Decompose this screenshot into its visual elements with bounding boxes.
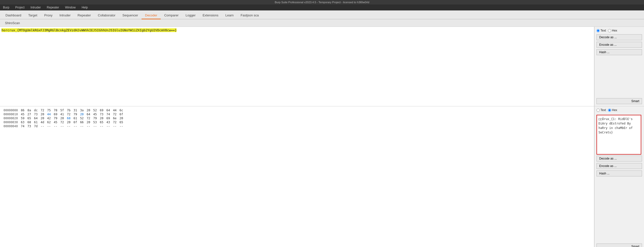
top-radio-text-label[interactable]: Text [596,29,606,32]
bottom-radio-text-label[interactable]: Text [596,108,606,112]
tab-intruder[interactable]: Intruder [56,12,74,19]
hex-byte: 5f [59,108,66,112]
hex-byte: -- [59,124,66,128]
menu-project[interactable]: Project [14,5,25,10]
menubar: Burp Project Intruder Repeater Window He… [0,4,644,10]
menu-window[interactable]: Window [64,5,76,10]
menu-repeater[interactable]: Repeater [46,5,60,10]
hex-byte: 8a [26,108,32,112]
hex-byte: 59 [20,116,26,120]
tab-extensions[interactable]: Extensions [199,12,222,19]
hex-byte: -- [78,124,85,128]
table-row: 000000306368614d624572206f66205365437265 [2,120,124,124]
tabbar2: ShiroScan [0,19,644,27]
bottom-encode-button[interactable]: Encode as ... [596,163,642,169]
hex-byte: -- [112,124,118,128]
bottom-right-panel: Text Hex □□Ürux_{1: RidDlE's DiAry dEstr… [594,106,644,247]
bottom-radio-hex-label[interactable]: Hex [608,108,617,112]
table-row: 00000000868adc7275785f7b313a20526964446c [2,108,124,112]
hex-byte: 45 [20,112,26,116]
hex-byte: 43 [105,120,112,124]
menu-help[interactable]: Help [80,5,89,10]
hex-byte: 75 [46,108,52,112]
hex-byte: -- [72,124,78,128]
hex-byte: 20 [59,116,66,120]
tab-proxy[interactable]: Proxy [41,12,56,19]
bottom-radio-hex[interactable] [608,109,611,112]
hex-byte: 72 [59,120,66,124]
top-radio-hex-label[interactable]: Hex [608,29,617,32]
tab-comparer[interactable]: Comparer [161,12,182,19]
bottom-decode-button[interactable]: Decode as ... [596,156,642,162]
hex-byte: 20 [98,116,105,120]
hex-byte: -- [85,124,92,128]
tab-fastjson[interactable]: Fastjson sca [237,12,262,19]
tab-collaborator[interactable]: Collaborator [94,12,119,19]
hex-byte: 86 [20,108,26,112]
highlighted-input: horcrux_{MTOgUmlkRGxFJ3MgRGlBcnkgZEVzdHJ… [2,28,176,32]
top-decode-button[interactable]: Decode as ... [596,34,642,40]
top-radio-hex[interactable] [608,29,611,32]
top-hash-button[interactable]: Hash ... [596,49,642,55]
hex-table: 00000000868adc7275785f7b313a20526964446c… [2,108,124,128]
hex-byte: 62 [46,120,52,124]
title-bar: Burp Suite Professional v2023.4.5 - Temp… [0,0,644,4]
tab-sequencer[interactable]: Sequencer [119,12,142,19]
hex-byte: 6c [118,108,124,112]
hex-byte: 44 [112,108,118,112]
tab-decoder[interactable]: Decoder [142,12,161,19]
hex-byte: 64 [105,108,112,112]
hex-byte: 44 [46,112,52,116]
hex-byte: -- [52,124,59,128]
hex-byte: 73 [26,124,32,128]
bottom-radio-group: Text Hex [596,108,642,112]
hex-byte: 20 [39,116,46,120]
top-smart-button[interactable]: Smart [596,98,642,104]
tab-learn[interactable]: Learn [222,12,237,19]
main-content: horcrux_{MTOgUmlkRGxFJ3MgRGlBcnkgZEVzdHJ… [0,27,644,247]
hex-byte: 20 [78,112,85,116]
hex-address: 00000040 [2,124,20,128]
hex-byte: 65 [98,120,105,124]
top-encode-button[interactable]: Encode as ... [596,42,642,48]
menu-burp[interactable]: Burp [2,5,10,10]
hex-byte: 45 [92,112,98,116]
top-section: horcrux_{MTOgUmlkRGxFJ3MgRGlBcnkgZEVzdHJ… [0,27,644,106]
hex-byte: -- [66,124,72,128]
hex-byte: 78 [52,108,59,112]
hex-byte: 61 [72,116,78,120]
bottom-radio-text[interactable] [596,109,600,112]
hex-byte: 7d [32,124,39,128]
hex-byte: 66 [78,120,85,124]
hex-byte: 72 [85,116,92,120]
hex-byte: 20 [85,108,92,112]
bottom-hash-button[interactable]: Hash ... [596,171,642,176]
bottom-section: 00000000868adc7275785f7b313a20526964446c… [0,106,644,247]
tab-dashboard[interactable]: Dashboard [2,12,25,19]
table-row: 0000004074737d-------------------------- [2,124,124,128]
hex-byte: 72 [39,108,46,112]
tab-repeater[interactable]: Repeater [74,12,94,19]
hex-address: 00000000 [2,108,20,112]
hex-byte: 61 [32,120,39,124]
hex-byte: 27 [26,112,32,116]
tab-shiroscan[interactable]: ShiroScan [2,20,23,26]
hex-byte: 52 [92,108,98,112]
hex-byte: -- [105,124,112,128]
bottom-smart-button[interactable]: Smart [596,244,642,247]
menu-intruder[interactable]: Intruder [30,5,42,10]
hex-byte: 31 [72,108,78,112]
hex-byte: 41 [59,112,66,116]
tabbar: Dashboard Target Proxy Intruder Repeater… [0,10,644,19]
hex-byte: 52 [78,116,85,120]
hex-byte: 20 [66,120,72,124]
top-radio-text[interactable] [596,29,600,32]
tab-target[interactable]: Target [25,12,41,19]
hex-byte: 74 [105,112,112,116]
hex-byte: -- [118,124,124,128]
hex-byte: 79 [92,116,98,120]
hex-byte: 69 [52,112,59,116]
hex-byte: -- [39,124,46,128]
tab-logger[interactable]: Logger [182,12,199,19]
hex-byte: 20 [118,116,124,120]
